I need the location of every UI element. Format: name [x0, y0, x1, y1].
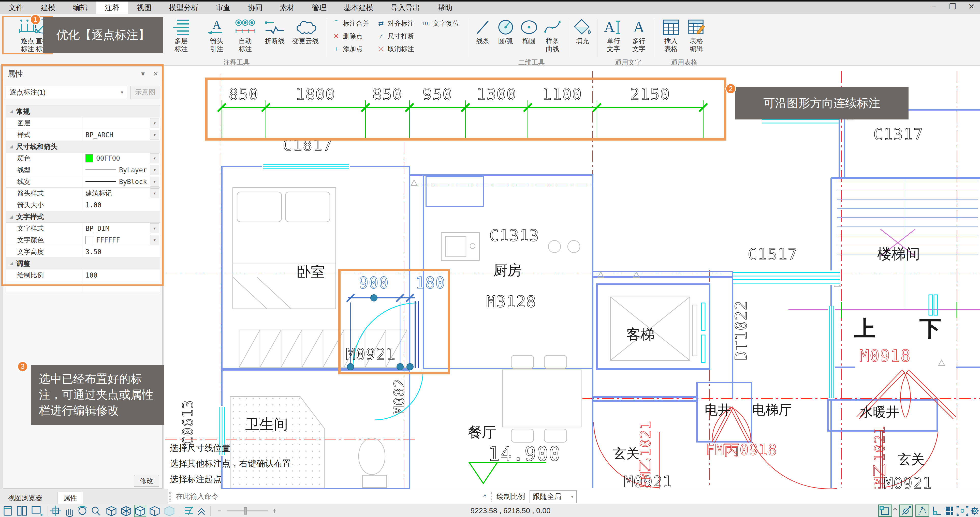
menu-material[interactable]: 素材: [271, 2, 303, 14]
prop-row-linetype[interactable]: 线型ByLayer▾: [6, 164, 160, 176]
auto-dim-button[interactable]: 自动 标注: [232, 17, 258, 56]
section-dimline[interactable]: ◢尺寸线和箭头: [6, 141, 160, 152]
dropdown-icon[interactable]: ▾: [150, 235, 159, 245]
drawing-canvas[interactable]: 850 1800 850 950 1300 1100 2150: [164, 66, 980, 489]
add-point-button[interactable]: +添加点: [332, 44, 363, 54]
insert-table-button[interactable]: 插入 表格: [659, 17, 682, 56]
view-cube-solid-icon[interactable]: [165, 507, 174, 516]
add-window-icon[interactable]: [32, 507, 43, 516]
menu-help[interactable]: 帮助: [429, 2, 461, 14]
dimension-chain[interactable]: 850 1800 850 950 1300 1100 2150: [218, 85, 707, 139]
prop-row-textstyle[interactable]: 文字样式BP_DIM▾: [6, 223, 160, 234]
collapse-icon[interactable]: ▼: [140, 70, 146, 78]
object-selector[interactable]: 逐点标注(1)▾: [6, 86, 127, 99]
dropdown-icon[interactable]: ▾: [150, 118, 159, 128]
tile-windows-icon[interactable]: [17, 507, 27, 515]
prop-row-style[interactable]: 样式BP_ARCH▾: [6, 129, 160, 141]
draw-scale-dropdown[interactable]: 跟随全局 ▾: [530, 490, 577, 503]
drag-handle[interactable]: [169, 492, 171, 501]
menu-analysis[interactable]: 模型分析: [160, 2, 207, 14]
dim-text[interactable]: 1100: [542, 85, 582, 103]
collapse-chevron-icon[interactable]: ^: [484, 493, 486, 500]
snap-chevron-icon[interactable]: [893, 508, 897, 510]
new-view-icon[interactable]: [4, 507, 12, 515]
dim-text[interactable]: 2150: [630, 85, 670, 103]
zoom-slider[interactable]: [218, 507, 276, 514]
prop-row-lineweight[interactable]: 线宽ByBlock▾: [6, 176, 160, 187]
dim-text[interactable]: 850: [229, 85, 259, 103]
menu-import-export[interactable]: 导入导出: [382, 2, 429, 14]
line-tool-button[interactable]: 线条: [473, 17, 493, 56]
cancel-dim-button[interactable]: ⤫取消标注: [376, 44, 414, 54]
circle-arc-button[interactable]: 圆/弧: [495, 17, 517, 56]
multi-text-button[interactable]: A 多行 文字: [627, 17, 651, 56]
close-panel-icon[interactable]: ✕: [153, 70, 158, 78]
dim-merge-button[interactable]: ⌒标注合并: [332, 18, 369, 29]
prop-row-drawscale[interactable]: 绘制比例100: [6, 270, 160, 281]
single-text-button[interactable]: A 单行 文字: [602, 17, 625, 56]
pan-hand-icon[interactable]: [67, 509, 73, 517]
prop-row-textcolor[interactable]: 文字颜色FFFFFF▾: [6, 234, 160, 246]
orbit-icon[interactable]: [78, 507, 86, 514]
settings-gear-icon[interactable]: [970, 507, 979, 515]
menu-basic-model[interactable]: 基本建模: [335, 2, 382, 14]
prop-row-arrow-style[interactable]: 箭头样式建筑标记▾: [6, 187, 160, 199]
menu-edit[interactable]: 编辑: [64, 2, 96, 14]
edit-table-button[interactable]: 表格 编辑: [685, 17, 708, 56]
tab-properties[interactable]: 属性: [57, 492, 83, 504]
isolate-lines-icon[interactable]: [185, 507, 193, 515]
prop-row-arrow-size[interactable]: 箭头大小1.00: [6, 199, 160, 211]
dropdown-icon[interactable]: ▾: [150, 177, 159, 187]
menu-model[interactable]: 建模: [32, 2, 64, 14]
text-reset-button[interactable]: 10↓文字复位: [422, 18, 459, 29]
dim-text[interactable]: 1800: [295, 85, 335, 103]
ucs-move-icon[interactable]: [957, 506, 968, 515]
menu-manage[interactable]: 管理: [303, 2, 335, 14]
prop-row-color[interactable]: 颜色00FF00▾: [6, 152, 160, 164]
section-textstyle[interactable]: ◢文字样式: [6, 211, 160, 223]
break-line-button[interactable]: 折断线: [261, 17, 289, 56]
ortho-icon[interactable]: [934, 507, 941, 515]
delete-point-button[interactable]: ✕删除点: [332, 31, 363, 41]
dim-text[interactable]: 950: [422, 85, 452, 103]
grid-icon[interactable]: [946, 507, 953, 515]
expand-up-icon[interactable]: [198, 509, 205, 515]
prop-row-layer[interactable]: 图层▾: [6, 117, 160, 129]
minimize-button[interactable]: –: [929, 2, 939, 11]
dropdown-icon[interactable]: ▾: [150, 130, 159, 140]
command-input[interactable]: [176, 491, 405, 501]
selected-dim-900[interactable]: 900: [359, 273, 389, 292]
multilayer-dim-button[interactable]: 多层 标注: [166, 17, 196, 56]
view-cube-side-icon[interactable]: [150, 507, 159, 516]
menu-annotate[interactable]: 注释: [96, 2, 128, 14]
menu-collab[interactable]: 协同: [239, 2, 271, 14]
hatch-fill-button[interactable]: 填充: [572, 17, 593, 56]
menu-view[interactable]: 视图: [128, 2, 160, 14]
tab-view-browser[interactable]: 视图浏览器: [3, 492, 48, 504]
dropdown-icon[interactable]: ▾: [150, 165, 159, 175]
selected-dim-180[interactable]: 180: [415, 273, 445, 292]
view-cube-shaded-icon[interactable]: [135, 507, 145, 516]
menu-file[interactable]: 文件: [0, 2, 32, 14]
preview-button[interactable]: 示意图: [130, 86, 160, 99]
dim-text[interactable]: 850: [372, 85, 402, 103]
dropdown-icon[interactable]: ▾: [150, 188, 159, 198]
maximize-button[interactable]: ❐: [947, 2, 958, 11]
arrow-leader-button[interactable]: A 箭头 引注: [204, 17, 230, 56]
revision-cloud-button[interactable]: 变更云线: [291, 17, 320, 56]
dropdown-icon[interactable]: ▾: [150, 153, 159, 163]
align-dim-button[interactable]: ⇄对齐标注: [376, 18, 414, 29]
ellipse-tool-button[interactable]: 椭圆: [519, 17, 540, 56]
view-cube-x-icon[interactable]: [122, 507, 131, 516]
prop-row-textheight[interactable]: 文字高度3.50: [6, 246, 160, 258]
dim-text[interactable]: 1300: [476, 85, 516, 103]
close-button[interactable]: ✕: [966, 2, 977, 11]
dropdown-icon[interactable]: ▾: [150, 224, 159, 233]
section-adjust[interactable]: ◢调整: [6, 258, 160, 270]
section-general[interactable]: ◢常规: [6, 106, 160, 117]
view-cube-wire-icon[interactable]: [107, 507, 116, 516]
dim-break-button[interactable]: ⌿尺寸打断: [376, 31, 414, 41]
menu-review[interactable]: 审查: [207, 2, 239, 14]
modify-button[interactable]: 修改: [134, 475, 159, 487]
zoom-icon[interactable]: [92, 507, 100, 515]
